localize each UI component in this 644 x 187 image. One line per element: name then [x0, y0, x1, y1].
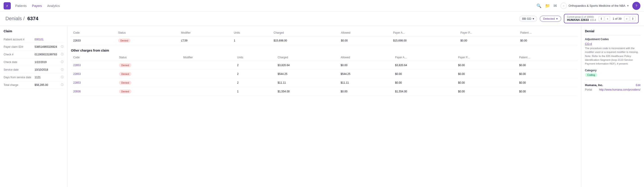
denial-title: Denial [585, 29, 640, 33]
info-icon-1[interactable]: ⓘ [61, 45, 64, 49]
first-page-button[interactable]: ⟪ [599, 16, 604, 21]
title-number: 6374 [28, 16, 38, 21]
status-denied-1: Denied [119, 72, 131, 76]
oc-col-code: Code [71, 54, 117, 61]
nav-analytics[interactable]: Analytics [47, 4, 60, 8]
help-button[interactable]: ? [632, 2, 640, 10]
co4-link[interactable]: CO-4 [585, 42, 592, 45]
oc-row1-allowed: $544.25 [338, 70, 393, 78]
oc-col-units: Units [235, 54, 276, 61]
nav-patients[interactable]: Patients [15, 4, 27, 8]
oc-row3-payer-a: $1,554.00 [393, 87, 456, 96]
main-table: Code Status Modifier Units Charged Allow… [71, 29, 578, 45]
col-allowed: Allowed [338, 29, 391, 36]
claim-value-check-date: 1/22/2019 [34, 60, 46, 64]
page-number: 1 of 39 [611, 17, 623, 20]
claim-title: Claim [4, 29, 64, 33]
oc-row0-payer-p: $0.00 [456, 61, 517, 70]
list-item: 22853 Denied 2 $544.25 $544.25 $0.00 $0.… [71, 70, 578, 78]
claim-value-total-charge: $58,285.00 [34, 83, 48, 87]
detected-chevron-icon: ▾ [556, 17, 558, 20]
status-denied-2: Denied [119, 81, 131, 85]
oc-row2-payer-a: $0.00 [393, 78, 456, 87]
nav-payers[interactable]: Payers [32, 4, 42, 8]
oc-row2-code[interactable]: 22853 [71, 78, 117, 87]
nav-links: Patients Payers Analytics [15, 4, 60, 8]
oc-row0-patient: $0.00 [517, 61, 578, 70]
claim-value-patient-account[interactable]: 000101 [34, 38, 44, 41]
page-title: Denials / 6374 [6, 16, 38, 21]
detected-button[interactable]: Detected ▾ [540, 16, 561, 22]
oc-col-charged: Charged [276, 54, 338, 61]
col-payer-a: Payer A... [391, 29, 458, 36]
main-row-payer-p: $0.00 [458, 36, 518, 45]
folder-icon[interactable]: 📁 [545, 3, 550, 8]
prev-page-button[interactable]: ‹ [605, 16, 610, 21]
divider-1 [585, 35, 640, 35]
next-page-button[interactable]: › [624, 16, 630, 21]
category-badge: Coding [585, 73, 597, 77]
oc-row2-charged: $11.11 [276, 78, 338, 87]
other-charges-title: Other charges from claim [71, 49, 578, 52]
list-item: 20936 Denied 1 $1,554.00 $0.00 $1,554.00… [71, 87, 578, 96]
claim-label-4: Service date [4, 68, 33, 71]
info-icon-3[interactable]: ⓘ [61, 60, 64, 64]
info-icon-6[interactable]: ⓘ [61, 83, 64, 87]
group-info: Current group (1 of 10000): HUMANA 22633… [567, 16, 596, 21]
col-units: Units [232, 29, 271, 36]
main-row-charged: $15,698.00 [271, 36, 338, 45]
edit-button[interactable]: Edit [636, 84, 640, 87]
oc-col-payer-p: Payer P... [456, 54, 517, 61]
status-denied-0: Denied [119, 63, 131, 67]
org-selector[interactable]: ○ Orthopaedics & Sports Medicine of the … [560, 3, 629, 9]
group-label: Current group (1 of 10000): [567, 16, 596, 18]
oc-col-patient: Patient ... [517, 54, 578, 61]
portal-link[interactable]: http://www.humana.com/providers/ [599, 88, 640, 91]
status-badge-denied: Denied [118, 38, 130, 43]
oc-row0-code[interactable]: 22853 [71, 61, 117, 70]
oc-row2-payer-p: $0.00 [456, 78, 517, 87]
oc-row1-code[interactable]: 22853 [71, 70, 117, 78]
group-name: HUMANA 22633 [567, 18, 589, 21]
oc-row1-charged: $544.25 [276, 70, 338, 78]
claim-label-0: Patient account # [4, 38, 33, 41]
claim-row-2: Check # 011900015199783 ⓘ [4, 51, 64, 58]
adj-codes-title: Adjustment Codes [585, 38, 640, 41]
claim-value-payer-claim-id: 538514965326924 [34, 45, 57, 48]
info-icon-2[interactable]: ⓘ [61, 52, 64, 56]
last-page-button[interactable]: ⟫ [630, 16, 636, 21]
claim-label-6: Total charge [4, 83, 33, 87]
claim-value-days: 1121 [34, 76, 41, 79]
search-icon[interactable]: 🔍 [536, 3, 542, 8]
logo-button[interactable]: r [4, 2, 11, 9]
oc-row2-status: Denied [117, 78, 181, 87]
info-icon-4[interactable]: ⓘ [61, 68, 64, 71]
filter-label: BB GD [522, 17, 531, 20]
title-prefix: Denials / [6, 16, 25, 21]
category-title: Category [585, 69, 640, 72]
mail-icon[interactable]: ✉ [554, 3, 557, 8]
table-row: 22633 Denied LT,59 1 $15,698.00 $0.00 $1… [71, 36, 578, 45]
info-icon-5[interactable]: ⓘ [61, 75, 64, 79]
oc-row3-payer-p: $0.00 [456, 87, 517, 96]
org-name: Orthopaedics & Sports Medicine of the NB… [568, 4, 625, 7]
filter-badge[interactable]: BB GD ▾ [519, 16, 537, 22]
oc-row1-modifier [181, 70, 235, 78]
detected-label: Detected [543, 17, 555, 20]
oc-row1-status: Denied [117, 70, 181, 78]
main-row-modifier: LT,59 [179, 36, 232, 45]
nav-arrows: ⟪ ‹ 1 of 39 › ⟫ [599, 16, 636, 21]
filter-chevron-icon: ▾ [532, 17, 534, 20]
col-status: Status [116, 29, 179, 36]
group-sub: CO-4 [590, 19, 596, 21]
page-header: Denials / 6374 BB GD ▾ Detected ▾ Curren… [0, 12, 644, 26]
main-row-status: Denied [116, 36, 179, 45]
claim-value-service-date: 10/10/2018 [34, 68, 48, 71]
list-item: 22853 Denied 2 $3,820.64 $0.00 $3,820.64… [71, 61, 578, 70]
denial-panel: Denial Adjustment Codes CO-4 The procedu… [581, 26, 644, 187]
oc-row3-code[interactable]: 20936 [71, 87, 117, 96]
claim-row-1: Payer claim ID/# 538514965326924 ⓘ [4, 43, 64, 51]
other-charges-table: Code Status Modifier Units Charged Allow… [71, 54, 578, 96]
list-item: 22853 Denied 2 $11.11 $11.11 $0.00 $0.00… [71, 78, 578, 87]
col-patient: Patient ... [518, 29, 578, 36]
